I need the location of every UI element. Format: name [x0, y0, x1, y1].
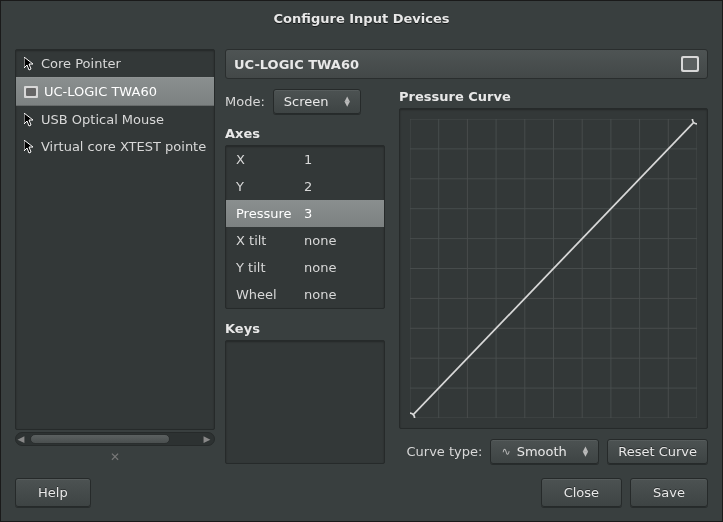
- tablet-icon: [681, 56, 699, 72]
- device-label: Virtual core XTEST pointe: [41, 139, 206, 154]
- titlebar: Configure Input Devices: [1, 1, 722, 35]
- axis-value: 2: [304, 179, 374, 194]
- mode-value: Screen: [284, 94, 329, 109]
- pressure-curve-label: Pressure Curve: [399, 89, 708, 104]
- axis-name: Wheel: [236, 287, 296, 302]
- right-pane: UC-LOGIC TWA60 Mode: Screen ▲▼ Axes: [225, 49, 708, 464]
- cursor-icon: [24, 113, 35, 127]
- pressure-curve-editor[interactable]: [399, 108, 708, 429]
- axes-label: Axes: [225, 126, 385, 141]
- axes-row[interactable]: X tilt none: [226, 227, 384, 254]
- footer-right: Close Save: [541, 478, 708, 507]
- spin-arrows-icon: ▲▼: [583, 447, 588, 457]
- curve-type-value: Smooth: [517, 444, 567, 459]
- window-title: Configure Input Devices: [274, 11, 450, 26]
- right-body: Mode: Screen ▲▼ Axes X 1 Y: [225, 79, 708, 464]
- curve-plot[interactable]: [410, 119, 697, 418]
- curve-type-combo[interactable]: ∿ Smooth ▲▼: [490, 439, 599, 464]
- axis-value: 3: [304, 206, 374, 221]
- device-item-xtest[interactable]: Virtual core XTEST pointe: [16, 133, 214, 160]
- cursor-icon: [24, 57, 35, 71]
- reset-curve-label: Reset Curve: [618, 444, 697, 459]
- remove-device-icon[interactable]: ✕: [15, 450, 215, 464]
- mode-row: Mode: Screen ▲▼: [225, 89, 385, 114]
- device-item-core-pointer[interactable]: Core Pointer: [16, 50, 214, 77]
- axis-name: X: [236, 152, 296, 167]
- close-label: Close: [564, 485, 599, 500]
- mode-label: Mode:: [225, 94, 265, 109]
- axes-row[interactable]: Wheel none: [226, 281, 384, 308]
- axis-value: none: [304, 260, 374, 275]
- keys-label: Keys: [225, 321, 385, 336]
- axis-name: Y tilt: [236, 260, 296, 275]
- curve-type-label: Curve type:: [407, 444, 483, 459]
- keys-list[interactable]: [225, 340, 385, 464]
- scroll-left-icon[interactable]: ◀: [16, 434, 26, 444]
- horizontal-scrollbar[interactable]: ◀ ▶: [15, 432, 215, 446]
- curve-column: Pressure Curve: [399, 89, 708, 464]
- device-list[interactable]: Core Pointer UC-LOGIC TWA60 USB Optical …: [15, 49, 215, 430]
- save-button[interactable]: Save: [630, 478, 708, 507]
- axes-row[interactable]: X 1: [226, 146, 384, 173]
- device-label: UC-LOGIC TWA60: [44, 84, 157, 99]
- dialog-window: Configure Input Devices Core Pointer UC-…: [0, 0, 723, 522]
- curve-controls: Curve type: ∿ Smooth ▲▼ Reset Curve: [399, 439, 708, 464]
- save-label: Save: [653, 485, 685, 500]
- axis-name: Y: [236, 179, 296, 194]
- axis-value: 1: [304, 152, 374, 167]
- scroll-right-icon[interactable]: ▶: [202, 434, 212, 444]
- device-item-usb-mouse[interactable]: USB Optical Mouse: [16, 106, 214, 133]
- axis-name: X tilt: [236, 233, 296, 248]
- scrollbar-thumb[interactable]: [30, 434, 170, 444]
- axis-value: none: [304, 287, 374, 302]
- left-pane: Core Pointer UC-LOGIC TWA60 USB Optical …: [15, 49, 215, 464]
- help-button[interactable]: Help: [15, 478, 91, 507]
- spin-arrows-icon: ▲▼: [345, 97, 350, 107]
- close-button[interactable]: Close: [541, 478, 622, 507]
- device-header-title: UC-LOGIC TWA60: [234, 57, 359, 72]
- cursor-icon: [24, 140, 35, 154]
- mode-combo[interactable]: Screen ▲▼: [273, 89, 361, 114]
- tablet-icon: [24, 86, 38, 98]
- axes-row[interactable]: Pressure 3: [226, 200, 384, 227]
- keys-section: Keys: [225, 321, 385, 464]
- axes-table[interactable]: X 1 Y 2 Pressure 3 X tilt: [225, 145, 385, 309]
- device-label: USB Optical Mouse: [41, 112, 164, 127]
- device-item-uc-logic[interactable]: UC-LOGIC TWA60: [16, 77, 214, 106]
- axis-name: Pressure: [236, 206, 296, 221]
- help-label: Help: [38, 485, 68, 500]
- content-area: Core Pointer UC-LOGIC TWA60 USB Optical …: [1, 35, 722, 464]
- axis-value: none: [304, 233, 374, 248]
- settings-column: Mode: Screen ▲▼ Axes X 1 Y: [225, 89, 385, 464]
- reset-curve-button[interactable]: Reset Curve: [607, 439, 708, 464]
- axes-row[interactable]: Y tilt none: [226, 254, 384, 281]
- dialog-footer: Help Close Save: [1, 464, 722, 521]
- device-label: Core Pointer: [41, 56, 121, 71]
- device-header: UC-LOGIC TWA60: [225, 49, 708, 79]
- axes-row[interactable]: Y 2: [226, 173, 384, 200]
- curve-shape-icon: ∿: [501, 445, 510, 458]
